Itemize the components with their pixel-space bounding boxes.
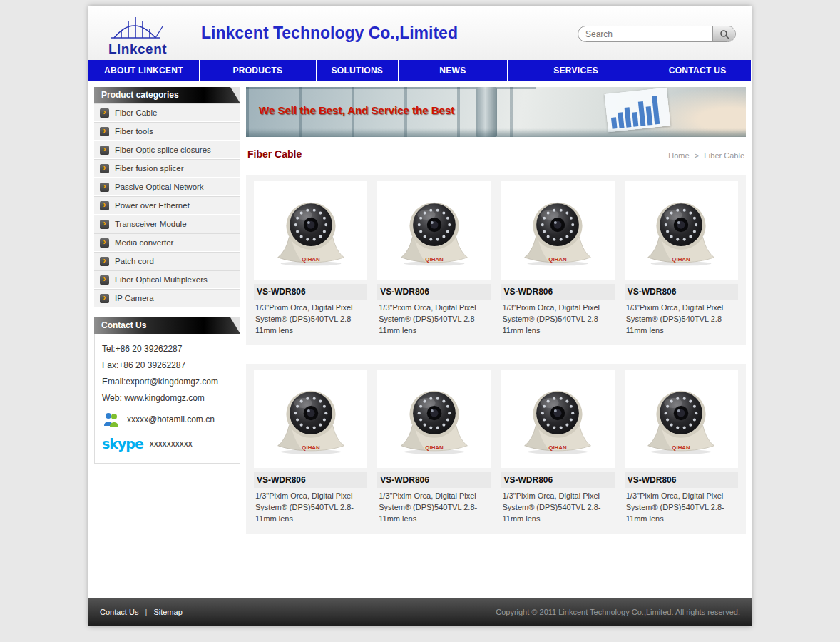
product-description: 1/3"Pixim Orca, Digital Pixel System® (D… [377,302,491,344]
category-label: Media converter [115,238,173,247]
category-item[interactable]: › Fiber tools [94,122,240,141]
product-description: 1/3"Pixim Orca, Digital Pixel System® (D… [377,491,491,532]
main-nav: ABOUT LINKCENT PRODUCTS SOLUTIONS NEWS S… [88,60,752,81]
category-label: Fiber fusion splicer [115,164,184,173]
nav-item[interactable]: CONTACT US [644,60,752,81]
product-image[interactable]: QIHAN [254,181,367,280]
category-item[interactable]: › Power over Ethernet [94,196,240,215]
category-list: › Fiber Cable › Fiber tools › Fiber Opti… [94,103,240,307]
product-image[interactable]: QIHAN [625,370,738,468]
msn-address[interactable]: xxxxx@hotamil.com.cn [127,414,215,424]
category-item[interactable]: › Patch cord [94,252,240,270]
product-image[interactable]: QIHAN [501,181,615,280]
skype-id[interactable]: xxxxxxxxxx [150,439,193,449]
title-row: Fiber Cable Home > Fiber Cable [246,137,746,165]
nav-item[interactable]: NEWS [399,60,508,81]
search-icon [719,29,729,39]
product-card[interactable]: QIHAN VS-WDR806 1/3"Pixim Orca, Digital … [498,181,618,344]
search-box [578,26,736,42]
product-image[interactable]: QIHAN [377,181,491,280]
search-input[interactable] [585,29,712,39]
banner-desk-decor [246,128,746,137]
product-image[interactable]: QIHAN [377,370,491,468]
product-name[interactable]: VS-WDR806 [501,472,615,488]
dome-camera-image: QIHAN [639,382,723,456]
logo[interactable]: Linkcent [88,9,181,57]
breadcrumb-home[interactable]: Home [668,151,689,160]
breadcrumb: Home > Fiber Cable [668,151,744,160]
product-name[interactable]: VS-WDR806 [254,472,367,488]
dome-camera-image: QIHAN [269,193,353,268]
product-card[interactable]: QIHAN VS-WDR806 1/3"Pixim Orca, Digital … [621,181,742,344]
chevron-right-icon: › [100,146,109,155]
dome-camera-image: QIHAN [392,193,476,268]
content: Product categories › Fiber Cable › Fiber… [88,81,752,598]
category-item[interactable]: › Fiber Cable [94,103,240,122]
product-name[interactable]: VS-WDR806 [377,284,491,300]
footer-links: Contact Us | Sitemap [100,608,183,616]
product-card[interactable]: QIHAN VS-WDR806 1/3"Pixim Orca, Digital … [621,370,742,532]
footer-link-separator: | [145,608,147,616]
dome-camera-image: QIHAN [392,382,476,456]
chevron-right-icon: › [100,127,109,136]
nav-item[interactable]: SERVICES [508,60,644,81]
camera-brand-label: QIHAN [672,256,691,263]
msn-messenger-icon [102,412,121,427]
page: Linkcent Linkcent Technology Co.,Limited… [88,6,752,626]
category-item[interactable]: › Media converter [94,233,240,252]
footer-sitemap-link[interactable]: Sitemap [153,608,182,616]
product-name[interactable]: VS-WDR806 [254,284,367,300]
product-name[interactable]: VS-WDR806 [377,472,491,488]
product-card[interactable]: QIHAN VS-WDR806 1/3"Pixim Orca, Digital … [374,181,494,344]
search-button[interactable] [712,26,735,42]
company-name: Linkcent Technology Co.,Limited [201,24,458,43]
product-card[interactable]: QIHAN VS-WDR806 1/3"Pixim Orca, Digital … [498,370,618,532]
camera-brand-label: QIHAN [672,444,691,451]
bridge-logo-icon [110,12,165,41]
footer-contact-link[interactable]: Contact Us [100,608,138,616]
product-row-2: QIHAN VS-WDR806 1/3"Pixim Orca, Digital … [246,364,746,534]
category-label: Transceiver Module [115,220,187,228]
product-description: 1/3"Pixim Orca, Digital Pixel System® (D… [625,491,738,532]
category-item[interactable]: › Fiber Optical Multiplexers [94,270,240,289]
category-item[interactable]: › Passive Optical Network [94,178,240,196]
sidebar: Product categories › Fiber Cable › Fiber… [94,87,240,464]
product-description: 1/3"Pixim Orca, Digital Pixel System® (D… [501,302,615,344]
product-card[interactable]: QIHAN VS-WDR806 1/3"Pixim Orca, Digital … [250,181,371,344]
footer: Contact Us | Sitemap Copyright © 2011 Li… [88,598,752,626]
product-name[interactable]: VS-WDR806 [501,284,615,300]
chevron-right-icon: › [100,183,109,192]
product-name[interactable]: VS-WDR806 [625,284,738,300]
category-item[interactable]: › Fiber fusion splicer [94,159,240,178]
contact-line: Web: www.kingdomgz.com [102,393,232,403]
product-description: 1/3"Pixim Orca, Digital Pixel System® (D… [254,302,367,344]
product-card[interactable]: QIHAN VS-WDR806 1/3"Pixim Orca, Digital … [250,370,371,532]
chevron-right-icon: › [100,164,109,173]
dome-camera-image: QIHAN [516,382,600,456]
camera-brand-label: QIHAN [425,256,444,263]
category-item[interactable]: › Fiber Optic splice closures [94,141,240,159]
category-item[interactable]: › Transceiver Module [94,215,240,233]
camera-brand-label: QIHAN [548,256,567,263]
dome-camera-image: QIHAN [269,382,353,456]
product-image[interactable]: QIHAN [501,370,615,468]
product-categories-header: Product categories [94,87,240,103]
skype-row: skype xxxxxxxxxx [102,436,232,452]
contact-us-header: Contact Us [94,317,240,334]
category-item[interactable]: › IP Camera [94,289,240,307]
contact-line: Fax:+86 20 39262287 [102,360,232,370]
category-label: IP Camera [115,294,154,302]
nav-item[interactable]: SOLUTIONS [317,60,399,81]
category-label: Power over Ethernet [115,201,190,210]
product-image[interactable]: QIHAN [625,181,738,280]
product-image[interactable]: QIHAN [254,370,367,468]
chevron-right-icon: › [100,275,109,285]
product-name[interactable]: VS-WDR806 [625,472,738,488]
msn-row: xxxxx@hotamil.com.cn [102,412,232,427]
product-card[interactable]: QIHAN VS-WDR806 1/3"Pixim Orca, Digital … [374,370,494,532]
nav-item[interactable]: PRODUCTS [200,60,317,81]
camera-brand-label: QIHAN [302,256,320,263]
product-description: 1/3"Pixim Orca, Digital Pixel System® (D… [501,491,615,532]
nav-item[interactable]: ABOUT LINKCENT [88,60,200,81]
chevron-right-icon: › [100,108,109,118]
